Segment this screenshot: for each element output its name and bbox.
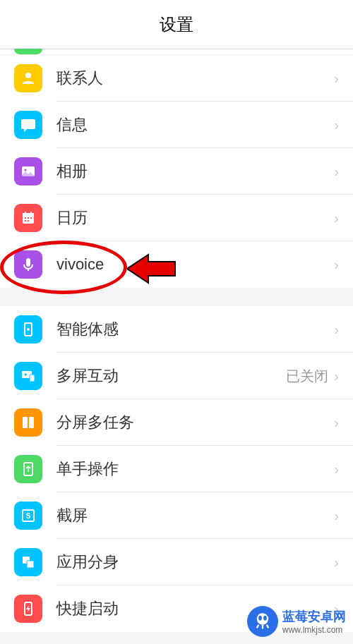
quicklaunch-icon (14, 595, 42, 623)
svg-rect-17 (30, 375, 35, 382)
watermark-title: 蓝莓安卓网 (282, 608, 346, 625)
calendar-icon (14, 204, 42, 232)
row-calendar[interactable]: 日历 › (0, 195, 353, 241)
row-photos[interactable]: 相册 › (0, 148, 353, 195)
row-label: 信息 (56, 114, 334, 135)
row-vivoice[interactable]: vivoice › (0, 241, 353, 288)
row-label: 分屏多任务 (56, 412, 334, 433)
svg-rect-8 (28, 217, 29, 219)
svg-rect-4 (23, 213, 34, 216)
svg-rect-5 (25, 212, 26, 214)
row-smart-motion[interactable]: 智能体感 › (0, 306, 353, 353)
chevron-right-icon: › (334, 554, 339, 571)
motion-icon (14, 315, 42, 344)
splitscreen-icon (14, 408, 42, 437)
watermark-logo-icon (247, 606, 278, 637)
svg-point-15 (27, 328, 30, 331)
svg-rect-12 (26, 258, 30, 267)
row-contacts[interactable]: 联系人 › (0, 55, 353, 102)
svg-rect-19 (23, 417, 28, 428)
svg-rect-25 (27, 561, 34, 568)
chevron-right-icon: › (334, 461, 339, 478)
watermark-url: www.lmkjst.com (282, 625, 346, 635)
row-label: 联系人 (56, 68, 334, 89)
partial-icon (14, 49, 42, 54)
svg-point-29 (258, 616, 262, 621)
row-label: 截屏 (56, 505, 334, 526)
settings-group-1: 联系人 › 信息 › 相册 › 日历 › vivoice › (0, 49, 353, 288)
contacts-icon (14, 64, 42, 92)
onehand-icon (14, 455, 42, 483)
vivoice-icon (14, 250, 42, 279)
row-label: 单手操作 (56, 458, 334, 480)
svg-rect-6 (30, 212, 32, 214)
chevron-right-icon: › (334, 257, 339, 273)
row-label: vivoice (56, 255, 334, 274)
messages-icon (14, 111, 42, 139)
svg-rect-10 (25, 220, 26, 221)
chevron-right-icon: › (334, 117, 339, 133)
header: 设置 (0, 0, 353, 49)
row-messages[interactable]: 信息 › (0, 102, 353, 148)
row-label: 多屏互动 (56, 365, 286, 387)
row-label: 日历 (56, 207, 334, 229)
svg-point-0 (25, 73, 31, 78)
row-label: 智能体感 (56, 319, 334, 340)
chevron-right-icon: › (334, 210, 339, 226)
partial-row-top (0, 49, 353, 55)
section-separator (0, 288, 353, 306)
row-label: 相册 (56, 161, 334, 182)
svg-rect-20 (29, 417, 34, 428)
row-value: 已关闭 (286, 367, 328, 386)
row-splitscreen[interactable]: 分屏多任务 › (0, 399, 353, 446)
row-screenshot[interactable]: S 截屏 › (0, 492, 353, 539)
screenshot-icon: S (14, 502, 42, 530)
svg-text:S: S (26, 512, 31, 520)
page-title: 设置 (160, 13, 193, 36)
svg-rect-11 (28, 220, 29, 221)
svg-point-30 (263, 616, 267, 621)
row-onehand[interactable]: 单手操作 › (0, 446, 353, 492)
svg-point-2 (25, 169, 27, 171)
chevron-right-icon: › (334, 164, 339, 180)
svg-rect-9 (30, 217, 32, 219)
svg-marker-27 (26, 605, 30, 612)
row-multiscreen[interactable]: 多屏互动 已关闭 › (0, 353, 353, 399)
chevron-right-icon: › (334, 368, 339, 384)
multiscreen-icon (14, 362, 42, 390)
chevron-right-icon: › (334, 71, 339, 87)
settings-group-2: 智能体感 › 多屏互动 已关闭 › 分屏多任务 › 单手操作 › S 截屏 (0, 306, 353, 632)
chevron-right-icon: › (334, 322, 339, 338)
chevron-right-icon: › (334, 415, 339, 431)
svg-rect-7 (25, 217, 26, 219)
photos-icon (14, 157, 42, 186)
row-label: 应用分身 (56, 552, 334, 573)
appclone-icon (14, 548, 42, 576)
row-appclone[interactable]: 应用分身 › (0, 539, 353, 585)
chevron-right-icon: › (334, 508, 339, 524)
watermark: 蓝莓安卓网 www.lmkjst.com (247, 606, 346, 637)
